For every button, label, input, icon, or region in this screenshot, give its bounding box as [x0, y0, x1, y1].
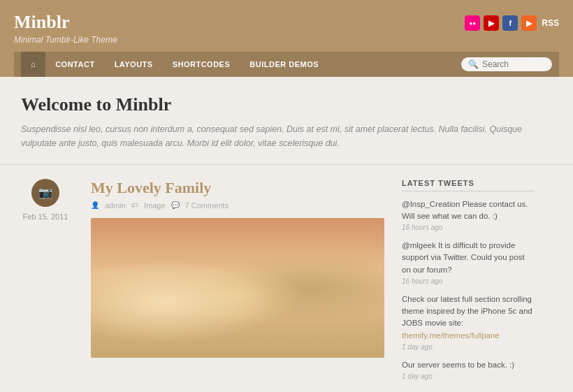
post-category[interactable]: Image	[144, 201, 166, 210]
post-date: Feb 15, 2011	[17, 212, 73, 221]
site-tagline: Minimal Tumblr-Like Theme	[14, 35, 117, 45]
header-top: Minblr Minimal Tumblr-Like Theme ●● ▶ f …	[14, 13, 559, 52]
youtube-icon[interactable]: ▶	[484, 15, 499, 31]
post-author[interactable]: admin	[105, 201, 126, 210]
post-main: My Lovely Family 👤 admin 🏷 Image 💬 7 Com…	[91, 179, 384, 392]
tweet-3-text: Check our latest full section scrolling …	[402, 293, 535, 342]
camera-icon: 📷	[38, 186, 52, 199]
tweet-4-text: Our server seems to be back. :)	[402, 359, 535, 371]
flickr-icon[interactable]: ●●	[465, 15, 480, 31]
social-icons: ●● ▶ f ▶ RSS	[465, 15, 559, 31]
rss-label[interactable]: RSS	[542, 18, 559, 28]
tweet-4: Our server seems to be back. :) 1 day ag…	[402, 359, 535, 380]
post-title[interactable]: My Lovely Family	[91, 179, 384, 197]
tweet-3-time: 1 day ago	[402, 343, 535, 351]
tweet-4-time: 1 day ago	[402, 372, 535, 380]
nav-layouts[interactable]: LAYOUTS	[105, 52, 163, 77]
tweet-1-time: 16 hours ago	[402, 224, 535, 231]
search-input[interactable]	[482, 59, 545, 69]
content-layout: 📷 Feb 15, 2011 My Lovely Family 👤 admin …	[0, 165, 573, 392]
welcome-title: Welcome to Minblr	[21, 94, 552, 115]
welcome-section: Welcome to Minblr Suspendisse nisl leo, …	[0, 77, 573, 165]
user-icon: 👤	[91, 201, 99, 209]
search-box[interactable]: 🔍	[461, 57, 552, 71]
tweet-2-time: 16 hours ago	[402, 277, 535, 285]
tweet-3-link[interactable]: themify.me/themes/fullpane	[402, 331, 500, 340]
tweet-2: @mlgeek It is difficult to provide suppo…	[402, 240, 535, 285]
nav-shortcodes[interactable]: SHORTCODES	[163, 52, 240, 77]
tweet-3: Check our latest full section scrolling …	[402, 293, 535, 351]
date-column: 📷 Feb 15, 2011	[17, 179, 73, 392]
post-meta: 👤 admin 🏷 Image 💬 7 Comments	[91, 201, 384, 210]
nav-bar: ⌂ CONTACT LAYOUTS SHORTCODES BUILDER DEM…	[14, 52, 559, 77]
tweet-1: @Insp_Creation Please contact us. Will s…	[402, 198, 535, 232]
family-photo	[91, 218, 384, 358]
welcome-body: Suspendisse nisl leo, cursus non interdu…	[21, 122, 552, 150]
nav-home[interactable]: ⌂	[21, 52, 45, 77]
tweets-heading: LATEST TWEETS	[402, 179, 535, 191]
tweet-2-text: @mlgeek It is difficult to provide suppo…	[402, 240, 535, 276]
post-type-icon: 📷	[31, 179, 59, 207]
rss-icon[interactable]: ▶	[521, 15, 537, 31]
category-icon: 🏷	[131, 201, 138, 209]
site-title[interactable]: Minblr	[14, 13, 117, 33]
header: Minblr Minimal Tumblr-Like Theme ●● ▶ f …	[0, 0, 573, 77]
nav-left: ⌂ CONTACT LAYOUTS SHORTCODES BUILDER DEM…	[21, 52, 328, 77]
comment-icon: 💬	[171, 201, 180, 209]
tweet-1-text: @Insp_Creation Please contact us. Will s…	[402, 198, 535, 223]
post-comments[interactable]: 7 Comments	[185, 201, 229, 210]
search-icon: 🔍	[468, 59, 479, 69]
sidebar: LATEST TWEETS @Insp_Creation Please cont…	[402, 179, 535, 392]
post-image	[91, 218, 384, 358]
site-branding: Minblr Minimal Tumblr-Like Theme	[14, 13, 117, 45]
nav-builder-demos[interactable]: BUILDER DEMOS	[240, 52, 328, 77]
latest-tweets-section: LATEST TWEETS @Insp_Creation Please cont…	[402, 179, 535, 381]
nav-contact[interactable]: CONTACT	[45, 52, 104, 77]
facebook-icon[interactable]: f	[502, 15, 518, 31]
